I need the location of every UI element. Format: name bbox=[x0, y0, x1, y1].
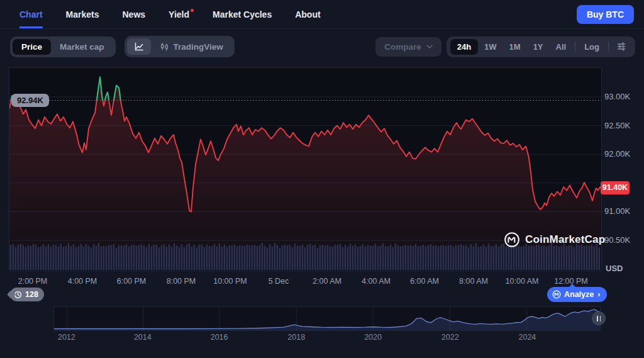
price-toggle-button[interactable]: Price bbox=[13, 39, 51, 55]
minimap-year-tick: 2020 bbox=[359, 333, 387, 342]
chart-type-toggle: TradingView bbox=[125, 36, 235, 57]
tab-news[interactable]: News bbox=[122, 0, 145, 28]
x-axis-tick: 6:00 PM bbox=[111, 277, 152, 286]
history-count: 128 bbox=[25, 290, 38, 299]
currency-label: USD bbox=[606, 264, 623, 273]
y-axis-tick: 91.00K bbox=[604, 206, 637, 216]
range-24h[interactable]: 24h bbox=[450, 39, 478, 55]
minimap-year-tick: 2022 bbox=[436, 333, 464, 342]
current-price-badge: 91.40K bbox=[601, 181, 630, 194]
chart-toolbar: Price Market cap TradingView bbox=[10, 35, 635, 58]
x-axis-tick: 2:00 PM bbox=[13, 277, 53, 286]
y-axis-tick: 92.00K bbox=[604, 149, 637, 159]
x-axis-tick: 4:00 AM bbox=[356, 277, 396, 286]
range-1y[interactable]: 1Y bbox=[527, 39, 550, 55]
tab-yield-label: Yield bbox=[169, 9, 189, 20]
toolbar-right-group: Compare 24h 1W 1M 1Y All Log bbox=[375, 36, 635, 57]
y-axis-tick: 90.50K bbox=[604, 235, 637, 245]
x-axis-tick: 10:00 AM bbox=[502, 277, 542, 286]
x-axis-tick: 8:00 AM bbox=[453, 277, 494, 286]
log-scale-toggle[interactable]: Log bbox=[578, 39, 606, 55]
analyze-button[interactable]: Analyze › bbox=[547, 287, 607, 302]
coinmarketcap-mini-logo-icon bbox=[552, 290, 561, 299]
candlestick-icon bbox=[160, 42, 169, 52]
coinmarketcap-logo-icon bbox=[504, 232, 520, 248]
tradingview-toggle-button[interactable]: TradingView bbox=[151, 39, 232, 55]
line-chart-type-button[interactable] bbox=[127, 38, 151, 55]
nav-tabs: Chart Markets News Yield Market Cycles A… bbox=[19, 0, 321, 28]
y-axis-tick: 92.50K bbox=[604, 121, 637, 130]
range-1w[interactable]: 1W bbox=[478, 39, 503, 55]
chart-settings-button[interactable] bbox=[611, 39, 631, 54]
y-axis-tick: 93.00K bbox=[604, 92, 637, 101]
minimap-year-tick: 2014 bbox=[129, 333, 157, 342]
x-axis-tick: 2:00 AM bbox=[307, 277, 347, 286]
range-all[interactable]: All bbox=[550, 39, 573, 55]
minimap-year-tick: 2016 bbox=[206, 333, 233, 342]
x-axis-tick: 5 Dec bbox=[258, 277, 299, 286]
price-marketcap-toggle: Price Market cap bbox=[10, 36, 116, 57]
x-axis-tick: 6:00 AM bbox=[404, 277, 445, 286]
tab-yield[interactable]: Yield bbox=[169, 0, 189, 28]
x-axis-labels: 2:00 PM4:00 PM6:00 PM8:00 PM10:00 PM5 De… bbox=[9, 277, 601, 287]
minimap-year-tick: 2012 bbox=[53, 333, 80, 342]
minimap-year-labels: 2012201420162018202020222024 bbox=[53, 333, 601, 343]
analyze-label: Analyze bbox=[564, 290, 594, 299]
tab-chart[interactable]: Chart bbox=[19, 0, 43, 28]
compare-label: Compare bbox=[384, 42, 421, 52]
sliders-icon bbox=[616, 42, 626, 52]
chevron-down-icon bbox=[426, 45, 433, 49]
watermark: CoinMarketCap bbox=[504, 232, 605, 248]
notification-dot bbox=[191, 9, 194, 12]
x-axis-tick: 8:00 PM bbox=[161, 277, 201, 286]
minimap-area-chart bbox=[54, 307, 600, 330]
watermark-text: CoinMarketCap bbox=[525, 233, 605, 246]
divider bbox=[608, 42, 609, 52]
previous-close-label: 92.94K bbox=[11, 94, 49, 107]
range-1m[interactable]: 1M bbox=[503, 39, 527, 55]
buy-btc-button[interactable]: Buy BTC bbox=[577, 5, 634, 24]
tab-market-cycles[interactable]: Market Cycles bbox=[213, 0, 272, 28]
minimap-year-tick: 2024 bbox=[513, 333, 541, 342]
history-clock-icon bbox=[14, 291, 22, 299]
x-axis-tick: 10:00 PM bbox=[210, 277, 250, 286]
tab-about[interactable]: About bbox=[295, 0, 320, 28]
tab-markets[interactable]: Markets bbox=[66, 0, 99, 28]
line-chart-icon bbox=[134, 42, 144, 52]
minimap-year-tick: 2018 bbox=[282, 333, 310, 342]
history-minimap[interactable] bbox=[53, 306, 601, 331]
history-count-badge[interactable]: 128 bbox=[10, 288, 44, 301]
range-selector: 24h 1W 1M 1Y All Log bbox=[447, 36, 635, 57]
tradingview-label: TradingView bbox=[174, 42, 223, 52]
marketcap-toggle-button[interactable]: Market cap bbox=[51, 39, 113, 55]
divider bbox=[575, 42, 575, 52]
top-nav: Chart Markets News Yield Market Cycles A… bbox=[0, 0, 644, 29]
minimap-range-handle[interactable] bbox=[592, 311, 606, 325]
chevron-right-icon: › bbox=[597, 290, 600, 299]
x-axis-tick: 4:00 PM bbox=[62, 277, 103, 286]
coinmarketcap-chart-page: Chart Markets News Yield Market Cycles A… bbox=[0, 0, 644, 358]
compare-dropdown[interactable]: Compare bbox=[375, 37, 441, 57]
